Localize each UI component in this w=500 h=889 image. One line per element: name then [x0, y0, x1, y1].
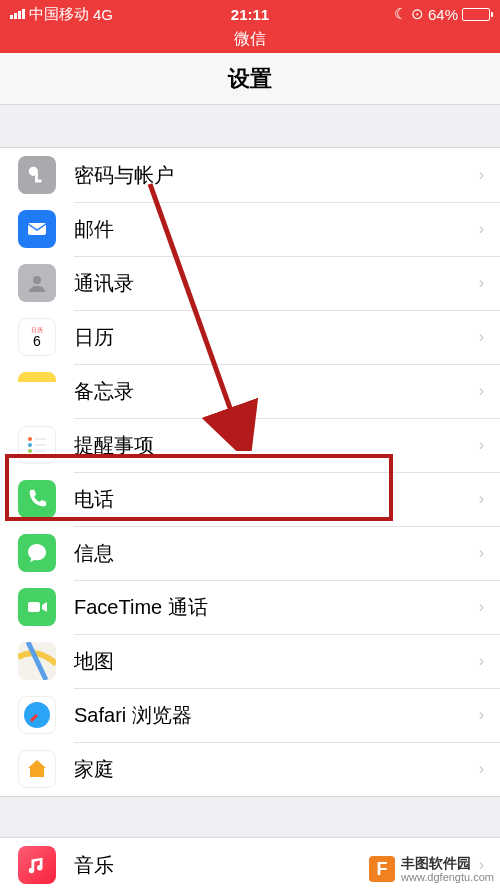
row-mail[interactable]: 邮件 › — [0, 202, 500, 256]
svg-rect-2 — [35, 180, 41, 183]
status-left: 中国移动 4G — [10, 5, 231, 24]
watermark-logo: F — [369, 856, 395, 882]
section-gap — [0, 105, 500, 147]
chevron-right-icon: › — [479, 706, 484, 724]
row-label: 密码与帐户 — [74, 162, 479, 189]
svg-point-8 — [28, 443, 32, 447]
contacts-icon — [18, 264, 56, 302]
calendar-icon: 日历6 — [18, 318, 56, 356]
mail-icon — [18, 210, 56, 248]
row-safari[interactable]: Safari 浏览器 › — [0, 688, 500, 742]
chevron-right-icon: › — [479, 490, 484, 508]
wechat-return-bar[interactable]: 微信 — [0, 28, 500, 53]
safari-icon — [18, 696, 56, 734]
battery-percent: 64% — [428, 6, 458, 23]
row-reminders[interactable]: 提醒事项 › — [0, 418, 500, 472]
row-label: 家庭 — [74, 756, 479, 783]
row-notes[interactable]: 备忘录 › — [0, 364, 500, 418]
watermark: F 丰图软件园 www.dgfengtu.com — [369, 856, 494, 883]
row-label: 邮件 — [74, 216, 479, 243]
chevron-right-icon: › — [479, 166, 484, 184]
nav-bar: 设置 — [0, 53, 500, 105]
row-label: 电话 — [74, 486, 479, 513]
status-bar: 中国移动 4G 21:11 ☾ ⊙ 64% — [0, 0, 500, 28]
chevron-right-icon: › — [479, 760, 484, 778]
key-icon — [18, 156, 56, 194]
row-home[interactable]: 家庭 › — [0, 742, 500, 796]
row-label: 信息 — [74, 540, 479, 567]
carrier-label: 中国移动 — [29, 5, 89, 24]
row-label: 地图 — [74, 648, 479, 675]
row-messages[interactable]: 信息 › — [0, 526, 500, 580]
row-label: 通讯录 — [74, 270, 479, 297]
watermark-name: 丰图软件园 — [401, 856, 494, 871]
row-phone[interactable]: 电话 › — [0, 472, 500, 526]
row-facetime[interactable]: FaceTime 通话 › — [0, 580, 500, 634]
messages-icon — [18, 534, 56, 572]
reminders-icon — [18, 426, 56, 464]
chevron-right-icon: › — [479, 382, 484, 400]
svg-point-9 — [28, 449, 32, 453]
alarm-icon: ⊙ — [411, 5, 424, 23]
section-gap — [0, 797, 500, 837]
status-right: ☾ ⊙ 64% — [269, 5, 490, 23]
home-icon — [18, 750, 56, 788]
chevron-right-icon: › — [479, 436, 484, 454]
settings-group-1: 密码与帐户 › 邮件 › 通讯录 › 日历6 日历 › 备忘录 › 提醒事项 ›… — [0, 147, 500, 797]
row-passwords[interactable]: 密码与帐户 › — [0, 148, 500, 202]
signal-icon — [10, 9, 25, 19]
chevron-right-icon: › — [479, 544, 484, 562]
svg-rect-3 — [28, 223, 46, 235]
phone-icon — [18, 480, 56, 518]
row-label: 日历 — [74, 324, 479, 351]
row-label: 备忘录 — [74, 378, 479, 405]
row-label: Safari 浏览器 — [74, 702, 479, 729]
network-label: 4G — [93, 6, 113, 23]
row-contacts[interactable]: 通讯录 › — [0, 256, 500, 310]
row-calendar[interactable]: 日历6 日历 › — [0, 310, 500, 364]
battery-icon — [462, 8, 490, 21]
chevron-right-icon: › — [479, 652, 484, 670]
page-title: 设置 — [228, 64, 272, 94]
chevron-right-icon: › — [479, 220, 484, 238]
svg-text:6: 6 — [33, 333, 41, 349]
chevron-right-icon: › — [479, 328, 484, 346]
chevron-right-icon: › — [479, 598, 484, 616]
row-maps[interactable]: 地图 › — [0, 634, 500, 688]
music-icon — [18, 846, 56, 884]
row-label: FaceTime 通话 — [74, 594, 479, 621]
moon-icon: ☾ — [394, 5, 407, 23]
chevron-right-icon: › — [479, 274, 484, 292]
clock: 21:11 — [231, 6, 269, 23]
svg-point-7 — [28, 437, 32, 441]
notes-icon — [18, 372, 56, 410]
svg-rect-13 — [28, 602, 40, 612]
svg-point-4 — [33, 276, 41, 284]
facetime-icon — [18, 588, 56, 626]
watermark-url: www.dgfengtu.com — [401, 871, 494, 883]
row-label: 提醒事项 — [74, 432, 479, 459]
maps-icon — [18, 642, 56, 680]
